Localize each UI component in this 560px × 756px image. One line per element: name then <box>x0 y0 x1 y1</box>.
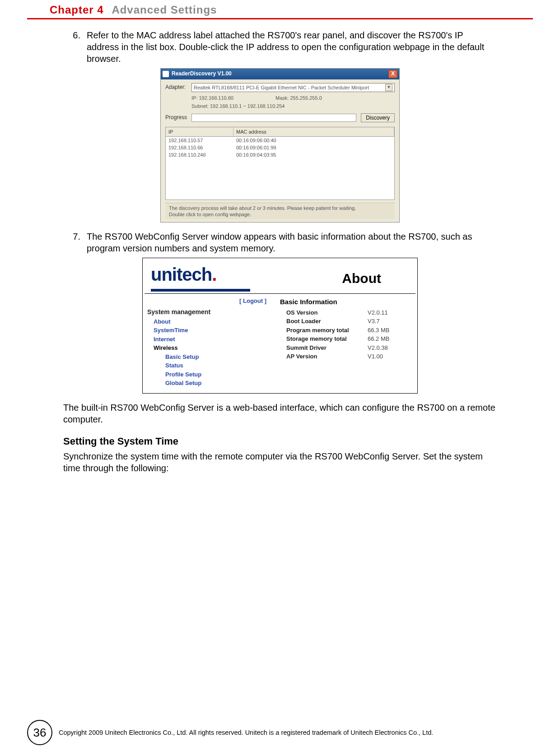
about-heading: About <box>342 265 381 287</box>
bi-row: OS VersionV2.0.11 <box>280 308 413 317</box>
step-text: Refer to the MAC address label attached … <box>87 29 497 65</box>
cell-ip: 192.168.110.66 <box>166 144 233 151</box>
nav-profile-setup[interactable]: Profile Setup <box>159 370 280 379</box>
window-titlebar: ReaderDiscovery V1.00 X <box>161 69 399 79</box>
progress-bar <box>191 114 356 122</box>
nav-panel: [ Logout ] System management About Syste… <box>147 297 280 387</box>
page-content: 6. Refer to the MAC address label attach… <box>0 19 560 474</box>
step-6: 6. Refer to the MAC address label attach… <box>63 29 497 65</box>
page-header: Chapter 4 Advanced Settings <box>0 0 560 17</box>
cell-ip: 192.168.110.248 <box>166 152 233 158</box>
body-paragraph-2: Synchronize the system time with the rem… <box>63 450 497 474</box>
logout-link[interactable]: [ Logout ] <box>147 297 280 305</box>
nav-systemtime[interactable]: SystemTime <box>147 326 280 335</box>
list-header: IP MAC address <box>165 127 395 137</box>
progress-label: Progress <box>165 114 191 121</box>
nav-internet[interactable]: Internet <box>147 335 280 344</box>
copyright-text: Copyright 2009 Unitech Electronics Co., … <box>59 729 533 736</box>
table-row[interactable]: 192.168.110.66 00:16:09:06:01:99 <box>166 144 394 151</box>
bi-row: Boot LoaderV3.7 <box>280 317 413 326</box>
chapter-title: Advanced Settings <box>112 4 217 16</box>
adapter-combobox[interactable]: Realtek RTL8168/8111 PCI-E Gigabit Ether… <box>191 83 395 92</box>
unitech-logo: unitech. <box>143 258 342 288</box>
adapter-label: Adapter: <box>165 84 191 91</box>
figure-webconfig-about: unitech. About [ Logout ] System managem… <box>63 258 497 393</box>
reader-discovery-window: ReaderDiscovery V1.00 X Adapter: Realtek… <box>160 68 400 223</box>
page-number: 36 <box>27 720 52 745</box>
nav-status[interactable]: Status <box>159 361 280 370</box>
figure-reader-discovery: ReaderDiscovery V1.00 X Adapter: Realtek… <box>63 68 497 223</box>
chevron-down-icon[interactable]: ▼ <box>385 84 392 91</box>
hint-panel: The discovery process will take about 2 … <box>165 203 395 220</box>
hint-line-2: Double click to open config webpage. <box>169 211 391 218</box>
logo-underline <box>151 289 250 292</box>
ip-text: IP: 192.168.110.80 <box>191 95 233 101</box>
basic-info-panel: Basic Information OS VersionV2.0.11 Boot… <box>280 297 413 387</box>
basic-info-heading: Basic Information <box>280 297 413 306</box>
cell-mac: 00:16:09:06:00:40 <box>233 137 394 144</box>
mask-text: Mask: 255.255.255.0 <box>275 95 322 101</box>
window-title: ReaderDiscovery V1.00 <box>172 70 232 78</box>
bi-row: Summit DriverV2.0.38 <box>280 343 413 352</box>
app-icon <box>163 71 169 77</box>
table-row[interactable]: 192.168.110.57 00:16:09:06:00:40 <box>166 137 394 144</box>
nav-global-setup[interactable]: Global Setup <box>159 379 280 388</box>
cell-ip: 192.168.110.57 <box>166 137 233 144</box>
bi-row: Storage memory total66.2 MB <box>280 334 413 343</box>
step-number: 6. <box>63 29 87 65</box>
bi-row: AP VersionV1.00 <box>280 352 413 361</box>
col-mac[interactable]: MAC address <box>233 127 394 136</box>
step-number: 7. <box>63 231 87 254</box>
cell-mac: 00:16:09:04:03:95 <box>233 152 394 158</box>
subnet-row: Subnet: 192.168.110.1 ~ 192.168.110.254 <box>165 103 395 109</box>
section-heading: Setting the System Time <box>63 435 497 448</box>
close-icon[interactable]: X <box>388 70 397 78</box>
step-text: The RS700 WebConfig Server window appear… <box>87 231 497 254</box>
cell-mac: 00:16:09:06:01:99 <box>233 144 394 151</box>
chapter-label: Chapter 4 <box>50 4 104 16</box>
page-footer: 36 Copyright 2009 Unitech Electronics Co… <box>0 720 560 745</box>
webconfig-window: unitech. About [ Logout ] System managem… <box>142 258 418 393</box>
step-7: 7. The RS700 WebConfig Server window app… <box>63 231 497 254</box>
nav-wireless[interactable]: Wireless <box>147 343 280 352</box>
sys-mgmt-heading: System management <box>147 308 280 316</box>
bi-row: Program memory total66.3 MB <box>280 326 413 335</box>
nav-about[interactable]: About <box>147 317 280 326</box>
body-paragraph-1: The built-in RS700 WebConfig Server is a… <box>63 402 497 425</box>
nav-basic-setup[interactable]: Basic Setup <box>159 352 280 362</box>
table-row[interactable]: 192.168.110.248 00:16:09:04:03:95 <box>166 151 394 158</box>
hint-line-1: The discovery process will take about 2 … <box>169 205 391 211</box>
discovery-button[interactable]: Discovery <box>361 113 395 122</box>
ip-mask-row: IP: 192.168.110.80 Mask: 255.255.255.0 <box>165 95 395 101</box>
list-body[interactable]: 192.168.110.57 00:16:09:06:00:40 192.168… <box>165 137 395 200</box>
adapter-value: Realtek RTL8168/8111 PCI-E Gigabit Ether… <box>194 84 369 91</box>
col-ip[interactable]: IP <box>166 127 233 136</box>
